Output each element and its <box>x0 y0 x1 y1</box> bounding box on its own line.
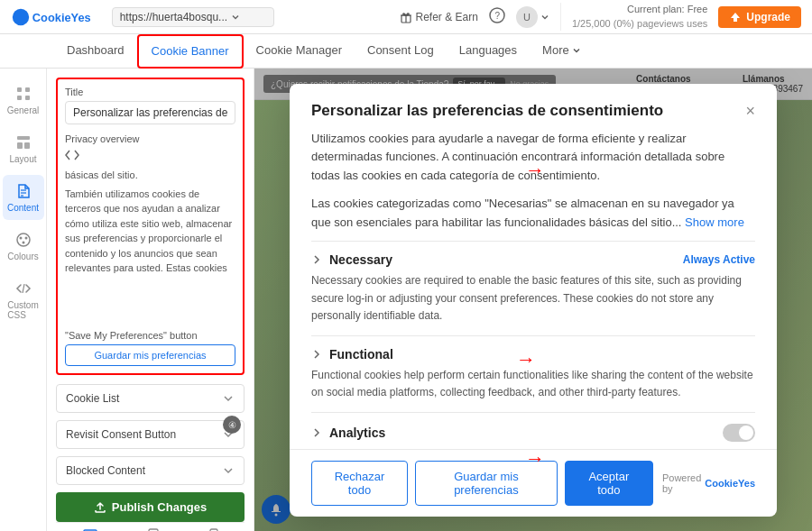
chevron-down-icon <box>222 464 235 477</box>
refer-earn-label: Refer & Earn <box>416 11 478 23</box>
step-badge: ④ <box>223 416 241 434</box>
user-avatar[interactable]: U <box>516 6 549 28</box>
save-preferences-preview: Guardar mis preferencias <box>65 344 235 366</box>
modal-close-button[interactable]: × <box>745 102 755 121</box>
tab-languages[interactable]: Languages <box>447 34 530 69</box>
blocked-content-section[interactable]: Blocked Content <box>56 456 245 485</box>
sidebar-item-general[interactable]: General <box>3 78 44 123</box>
analytics-toggle[interactable] <box>723 424 755 442</box>
code-icon <box>14 279 32 298</box>
sidebar-item-colours[interactable]: Colours <box>3 224 44 269</box>
functional-title: Functional <box>311 347 393 362</box>
url-text: https://huerta4bosqu... <box>120 11 227 23</box>
modal-header: Personalizar las preferencias de consent… <box>290 84 777 130</box>
analytics-accordion-header[interactable]: Analytics <box>311 424 755 442</box>
modal-title: Personalizar las preferencias de consent… <box>311 102 663 120</box>
necessary-desc: Necessary cookies are required to enable… <box>311 272 755 325</box>
publish-changes-button[interactable]: Publish Changes <box>56 492 245 522</box>
svg-rect-8 <box>25 96 30 100</box>
palette-icon <box>14 231 32 249</box>
svg-point-16 <box>19 237 22 240</box>
nav-tabs: Dashboard Cookie Banner Cookie Manager C… <box>0 34 812 69</box>
arrow-functional: → <box>516 348 536 371</box>
tab-consent-log[interactable]: Consent Log <box>355 34 447 69</box>
arrow-blocked: → <box>525 447 545 471</box>
tab-more[interactable]: More <box>530 34 594 69</box>
necessary-accordion-header[interactable]: Necessary Always Active <box>311 252 755 267</box>
sidebar: General Layout Content Colours Custom CS… <box>0 69 47 531</box>
grid-icon <box>14 85 32 103</box>
upgrade-button[interactable]: Upgrade <box>718 6 801 28</box>
show-more-link[interactable]: Show more <box>685 215 744 229</box>
chevron-right-icon <box>311 254 322 265</box>
necessary-title: Necessary <box>311 252 392 267</box>
svg-rect-6 <box>25 87 30 92</box>
device-switcher: Desktop Tablet Mobile <box>56 522 245 531</box>
website-preview-area: ¿Quieres recibir notificaciones de la Ti… <box>254 69 812 531</box>
analytics-accordion: Analytics Analytical cookies are used to… <box>311 412 755 448</box>
upgrade-icon <box>729 11 742 23</box>
code-brackets-icon <box>65 148 79 162</box>
svg-text:?: ? <box>494 11 500 21</box>
title-section: Title Privacy overview básicas del sitio… <box>56 78 245 375</box>
svg-text:CookieYes: CookieYes <box>32 10 91 23</box>
functional-desc: Functional cookies help perform certain … <box>311 367 755 401</box>
sidebar-item-layout[interactable]: Layout <box>3 126 44 171</box>
tab-dashboard[interactable]: Dashboard <box>54 34 137 69</box>
svg-rect-11 <box>24 142 30 149</box>
privacy-overview-label: Privacy overview <box>65 133 235 144</box>
title-input[interactable] <box>65 101 235 124</box>
svg-point-0 <box>13 8 29 24</box>
svg-rect-5 <box>17 87 22 92</box>
cookie-list-section[interactable]: Cookie List <box>56 384 245 413</box>
file-text-icon <box>14 182 32 200</box>
svg-point-17 <box>24 237 27 240</box>
chevron-down-icon <box>231 13 240 22</box>
plan-info: Current plan: Free 1/25,000 (0%) pagevie… <box>572 3 707 31</box>
svg-line-19 <box>23 284 24 293</box>
revisit-consent-section[interactable]: Revisit Consent Button <box>56 420 245 449</box>
modal-description2: Las cookies categorizadas como "Necesari… <box>311 195 755 233</box>
left-panel: Title Privacy overview básicas del sitio… <box>47 69 254 531</box>
chevron-down-icon <box>540 13 549 22</box>
necessary-accordion: Necessary Always Active Necessary cookie… <box>311 241 755 335</box>
accept-all-button[interactable]: Aceptar todo <box>565 461 653 506</box>
functional-accordion: Functional Functional cookies help perfo… <box>311 335 755 412</box>
tab-cookie-manager[interactable]: Cookie Manager <box>244 34 355 69</box>
refer-earn-button[interactable]: Refer & Earn <box>400 11 478 23</box>
sidebar-item-custom-css[interactable]: Custom CSS <box>3 272 44 327</box>
help-icon[interactable]: ? <box>489 7 505 26</box>
footer-buttons: Rechazar todo Guardar mis preferencias A… <box>311 461 653 506</box>
svg-point-15 <box>17 233 30 246</box>
privacy-text: básicas del sitio. También utilizamos co… <box>65 168 235 276</box>
upload-icon <box>94 501 106 514</box>
svg-rect-9 <box>17 136 30 140</box>
toggle-knob <box>739 426 753 440</box>
svg-rect-10 <box>17 142 23 149</box>
analytics-title: Analytics <box>311 426 385 440</box>
powered-by: Powered by CookieYes <box>662 472 755 494</box>
tab-cookie-banner[interactable]: Cookie Banner <box>137 34 244 69</box>
topbar-right: Refer & Earn ? U Current plan: Free 1/25… <box>400 3 802 31</box>
topbar: CookieYes https://huerta4bosqu... Refer … <box>0 0 812 34</box>
chevron-right-icon <box>311 427 322 438</box>
layout-icon <box>14 133 32 151</box>
always-active-badge: Always Active <box>683 253 755 266</box>
save-btn-section-label: "Save My Preferences" button <box>65 330 235 341</box>
title-label: Title <box>65 87 235 97</box>
chevron-right-icon <box>311 349 322 360</box>
svg-point-18 <box>22 242 24 244</box>
chevron-down-icon <box>572 46 581 55</box>
svg-rect-7 <box>17 96 22 100</box>
reject-all-button[interactable]: Rechazar todo <box>311 461 408 506</box>
main-content: General Layout Content Colours Custom CS… <box>0 69 812 531</box>
sidebar-item-content[interactable]: Content <box>3 175 44 220</box>
arrow-title: → <box>525 159 545 182</box>
code-editor-icon[interactable] <box>65 148 235 162</box>
chevron-down-icon <box>222 392 235 405</box>
cookieyes-logo: CookieYes <box>11 7 94 27</box>
url-bar[interactable]: https://huerta4bosqu... <box>112 7 274 27</box>
gift-icon <box>400 11 412 23</box>
